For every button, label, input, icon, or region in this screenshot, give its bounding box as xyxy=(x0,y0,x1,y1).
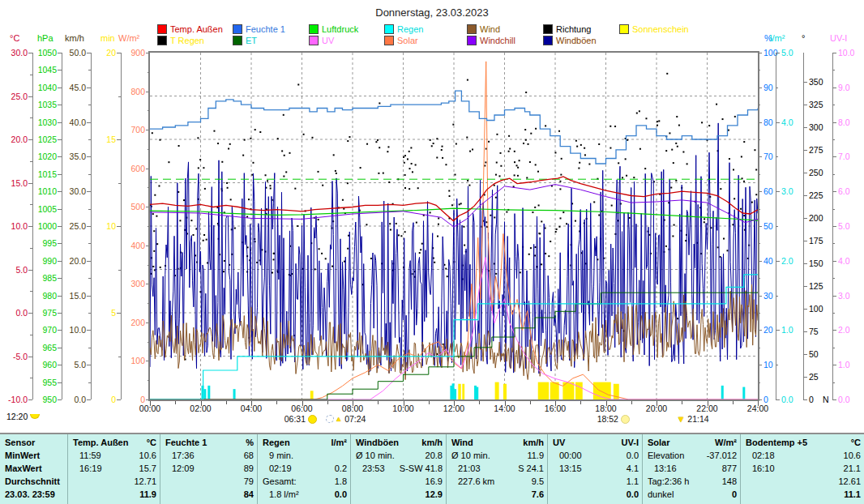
wind-direction-dot xyxy=(627,139,628,141)
wind-direction-dot xyxy=(535,246,537,248)
wind-direction-dot xyxy=(639,110,640,112)
table-column-windb-en: Windböenkm/hØ 10 min.20.823:53S-SW 41.81… xyxy=(350,434,446,504)
table-cell-value: 12.9 xyxy=(426,488,443,501)
table-row: Gesamt:1.8 xyxy=(263,475,347,488)
axis-tick xyxy=(87,191,91,192)
axis-minor-tick xyxy=(832,243,835,244)
axis-tick-label: 10.0 xyxy=(70,325,86,335)
wind-direction-dot xyxy=(336,173,337,174)
axis-tick-label: 200 xyxy=(809,213,823,223)
axis-tick-label: 2.0 xyxy=(838,325,850,335)
wind-direction-dot xyxy=(548,255,550,257)
table-cell-time: 227.6 km xyxy=(451,475,494,488)
table-cell-time: 16:19 xyxy=(73,462,102,475)
axis-tick-label: 1000 xyxy=(38,221,57,231)
axis-tick xyxy=(58,139,62,140)
axis-tick-label: 1010 xyxy=(38,186,57,196)
axis-tick-label: 350 xyxy=(809,77,823,87)
wind-direction-dot xyxy=(420,249,421,250)
wind-direction-dot xyxy=(559,188,561,190)
table-cell-time: 00:00 xyxy=(553,449,582,462)
wind-direction-dot xyxy=(158,186,160,187)
table-header-unit: °C xyxy=(851,436,861,449)
wind-direction-dot xyxy=(436,156,438,158)
wind-direction-dot xyxy=(203,167,204,169)
table-cell-value: 68 xyxy=(244,449,254,462)
table-row: Durchschnitt xyxy=(5,475,64,488)
legend-label: Windchill xyxy=(480,36,515,45)
wind-direction-dot xyxy=(221,161,223,163)
table-cell-time: 23:53 xyxy=(356,462,385,475)
wind-direction-dot xyxy=(404,174,406,176)
axis-tick-label: 0 xyxy=(809,395,814,404)
wind-direction-dot xyxy=(495,273,497,275)
axis-tick-label: 0.0 xyxy=(781,395,793,404)
axis-tick xyxy=(58,105,62,105)
axis-tick xyxy=(803,286,807,287)
wind-direction-dot xyxy=(516,164,518,166)
legend-swatch xyxy=(309,24,319,34)
wind-direction-dot xyxy=(610,147,611,149)
table-row-labels-column: SensorMinWertMaxWertDurchschnitt23.03. 2… xyxy=(0,434,67,504)
wind-direction-dot xyxy=(404,187,406,189)
legend-swatch xyxy=(384,24,394,34)
sunset-sun-icon xyxy=(621,415,630,424)
x-tick xyxy=(378,401,379,404)
wind-direction-dot xyxy=(383,173,384,174)
wind-direction-dot xyxy=(508,151,510,152)
wind-direction-dot xyxy=(644,168,646,169)
wind-direction-dot xyxy=(566,223,567,224)
axis-tick-label: 50 xyxy=(809,349,819,359)
moonset-icon: ▲ xyxy=(326,415,342,423)
axis-tick-label: 90 xyxy=(763,83,773,92)
table-cell-time: 21:03 xyxy=(451,462,481,475)
wind-direction-dot xyxy=(674,224,675,226)
wind-direction-dot xyxy=(314,268,316,270)
axis-tick xyxy=(117,53,121,53)
page-title: Donnerstag, 23.03.2023 xyxy=(0,6,864,19)
table-row-label: Durchschnitt xyxy=(5,475,60,488)
axis-tick xyxy=(117,313,121,314)
wind-direction-dot xyxy=(460,203,462,204)
axis-tick xyxy=(58,330,62,331)
wind-direction-dot xyxy=(223,271,225,272)
wind-direction-dot xyxy=(342,199,344,201)
weather-station-day-chart: Donnerstag, 23.03.2023 Temp. AußenFeucht… xyxy=(0,0,864,504)
wind-direction-dot xyxy=(242,155,244,156)
wind-direction-dot xyxy=(530,133,532,135)
rain-bar xyxy=(454,389,456,399)
wind-direction-dot xyxy=(525,92,527,93)
wind-direction-dot xyxy=(675,180,677,182)
wind-direction-dot xyxy=(217,143,219,144)
wind-direction-dot xyxy=(520,271,521,273)
axis-tick xyxy=(832,191,836,192)
axis-tick-label: 3.0 xyxy=(838,291,850,301)
axis-minor-tick xyxy=(776,88,778,88)
wind-direction-dot xyxy=(723,238,725,240)
wind-direction-dot xyxy=(657,125,658,126)
table-header-label: Feuchte 1 xyxy=(165,436,207,449)
wind-direction-dot xyxy=(349,136,350,138)
axis-tick-label: 325 xyxy=(809,100,823,109)
axis-minor-tick xyxy=(832,209,835,210)
table-cell-value: 10.6 xyxy=(139,449,156,462)
axis-tick-label: 20 xyxy=(106,48,116,58)
wind-direction-dot xyxy=(734,198,735,199)
wind-direction-dot xyxy=(523,143,524,144)
legend-label: Richtung xyxy=(556,24,591,34)
axis-tick-label: 1045 xyxy=(38,65,57,75)
wind-direction-dot xyxy=(754,149,755,151)
axis-minor-tick xyxy=(832,70,835,70)
wind-direction-dot xyxy=(708,125,710,126)
axis-tick-label: 250 xyxy=(809,168,823,177)
moon-evening-marker: ▼21:14 xyxy=(676,414,708,424)
wind-direction-dot xyxy=(347,140,349,142)
table-header-unit: km/h xyxy=(421,436,443,449)
table-cell-value: 79 xyxy=(244,475,254,488)
table-column-wind: Windkm/hØ 10 min.11.921:03S 24.1227.6 km… xyxy=(446,434,547,504)
wind-direction-dot xyxy=(524,129,526,130)
axis-unit-min: min xyxy=(101,33,115,43)
wind-direction-dot xyxy=(152,266,154,267)
legend-item-et: ET xyxy=(233,36,257,45)
table-cell-time: Ø 10 min. xyxy=(356,449,395,462)
